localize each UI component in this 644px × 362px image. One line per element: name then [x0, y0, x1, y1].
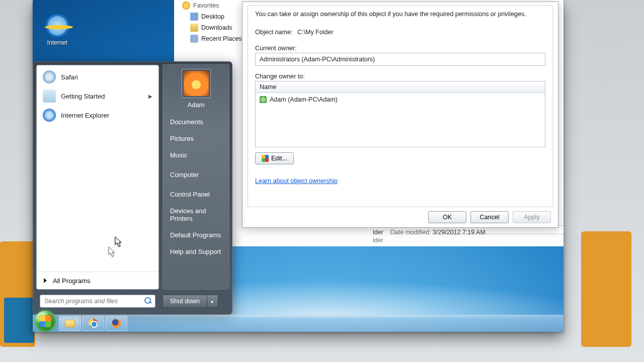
learn-ownership-link[interactable]: Learn about object ownership — [255, 177, 338, 185]
current-owner-box: Administrators (Adam-PC\Administrators) — [255, 53, 545, 66]
internet-explorer-icon — [46, 14, 69, 37]
chevron-right-icon: ▶ — [148, 94, 152, 99]
start-menu-programs: Safari Getting Started ▶ Internet Explor… — [37, 65, 158, 272]
start-link-pictures[interactable]: Pictures — [163, 130, 229, 147]
change-owner-label: Change owner to: — [255, 73, 545, 80]
object-name-label: Object name: — [255, 29, 297, 36]
taskbar-explorer[interactable] — [59, 316, 81, 331]
object-name-value: C:\My Folder — [297, 29, 334, 36]
owner-list-header[interactable]: Name — [255, 81, 545, 93]
shutdown-button[interactable]: Shut down — [163, 295, 207, 308]
firefox-icon — [112, 319, 121, 328]
taskbar — [33, 315, 564, 332]
ownership-dialog: You can take or assign ownership of this… — [242, 2, 558, 228]
start-menu-item-internet-explorer[interactable]: Internet Explorer — [38, 106, 157, 125]
search-input[interactable] — [40, 295, 155, 308]
start-link-music[interactable]: Music — [163, 147, 229, 163]
user-avatar[interactable] — [182, 69, 211, 98]
shutdown-menu-button[interactable]: ▸ — [207, 295, 218, 308]
uac-shield-icon — [262, 155, 269, 162]
start-link-control-panel[interactable]: Control Panel — [163, 186, 229, 203]
current-owner-label: Current owner: — [255, 45, 545, 52]
start-link-documents[interactable]: Documents — [163, 114, 229, 130]
dialog-intro-text: You can take or assign ownership of this… — [255, 11, 545, 18]
start-link-computer[interactable]: Computer — [163, 166, 229, 183]
start-link-help-support[interactable]: Help and Support — [163, 243, 229, 260]
nav-favorites[interactable]: Favorites — [181, 0, 247, 11]
explorer-details-bar: lder Date modified: 3/29/2012 7:19 AM ld… — [373, 229, 486, 244]
nav-downloads[interactable]: Downloads — [181, 22, 247, 33]
edit-button[interactable]: Edit... — [255, 152, 294, 164]
start-link-devices-printers[interactable]: Devices and Printers — [163, 203, 229, 227]
getting-started-icon — [43, 89, 56, 103]
start-menu-item-safari[interactable]: Safari — [38, 67, 157, 86]
desktop-icon — [190, 13, 198, 21]
chrome-icon — [89, 319, 98, 328]
desktop-icon-label: Internet — [40, 39, 75, 46]
safari-icon — [43, 70, 56, 83]
owner-list-item[interactable]: Adam (Adam-PC\Adam) — [260, 95, 541, 104]
downloads-icon — [190, 24, 198, 32]
start-menu-item-getting-started[interactable]: Getting Started ▶ — [38, 86, 157, 106]
all-programs-button[interactable]: All Programs — [37, 272, 158, 289]
recent-places-icon — [190, 35, 198, 43]
taskbar-firefox[interactable] — [105, 316, 127, 331]
internet-explorer-icon — [43, 109, 56, 122]
apply-button: Apply — [513, 211, 551, 223]
desktop-icon-internet[interactable]: Internet — [40, 14, 75, 46]
start-menu-right-panel: Adam Documents Pictures Music Computer C… — [163, 64, 229, 290]
desktop: Internet Favorites Desktop Downloads Rec… — [33, 0, 564, 332]
ok-button[interactable]: OK — [428, 211, 466, 223]
start-button[interactable] — [35, 311, 56, 332]
search-icon — [144, 297, 152, 305]
start-link-default-programs[interactable]: Default Programs — [163, 227, 229, 243]
explorer-nav-tree: Favorites Desktop Downloads Recent Place… — [181, 0, 247, 44]
nav-recent-places[interactable]: Recent Places — [181, 33, 247, 44]
folder-icon — [65, 320, 75, 327]
owner-list[interactable]: Adam (Adam-PC\Adam) — [255, 93, 545, 147]
taskbar-chrome[interactable] — [82, 316, 104, 331]
user-icon — [260, 96, 267, 103]
star-icon — [182, 2, 190, 10]
cancel-button[interactable]: Cancel — [470, 211, 509, 223]
triangle-right-icon — [44, 278, 47, 283]
user-name-label[interactable]: Adam — [163, 101, 229, 109]
start-menu: Safari Getting Started ▶ Internet Explor… — [33, 61, 232, 315]
nav-desktop[interactable]: Desktop — [181, 11, 247, 22]
